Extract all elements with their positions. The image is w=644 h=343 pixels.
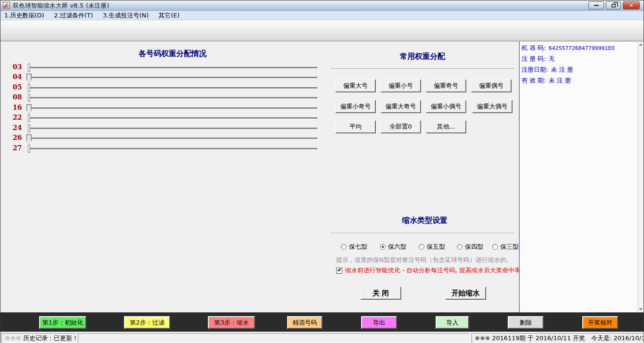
- weight-slider-row: 22: [11, 113, 317, 123]
- radio-keep6[interactable]: 保六型: [380, 243, 406, 251]
- restore-button[interactable]: [606, 1, 621, 9]
- title-bar: 双色球智能缩水大师 v8.5 (未注册) ✕: [0, 0, 644, 11]
- optimize-checkbox-row[interactable]: 缩水前进行智能优化－自动分析每注号码, 提高缩水后大奖命中率: [336, 266, 520, 275]
- radio-keep4[interactable]: 保四型: [457, 243, 483, 251]
- shrink-hint-text: 提示，这里的保N型是对整注号码（包含蓝球号码）进行缩水的。: [336, 256, 512, 264]
- weight-slider[interactable]: [29, 67, 317, 68]
- weight-slider-row: 16: [11, 103, 317, 113]
- slider-thumb[interactable]: [26, 134, 32, 144]
- preset-other-button[interactable]: 其他...: [426, 120, 466, 133]
- ball-number-label: 26: [13, 134, 22, 141]
- preset-panel-title: 常用权重分配: [373, 52, 472, 62]
- slider-thumb[interactable]: [28, 145, 30, 153]
- draw-info-text: ※※※ 2016119期 于 2016/10/11 开奖 今天是: 2016/1…: [471, 333, 644, 343]
- slider-thumb[interactable]: [28, 94, 30, 102]
- step3-shrink-button[interactable]: 第3步：缩水: [208, 316, 255, 329]
- import-button[interactable]: 导入: [436, 316, 469, 329]
- menu-item-filter-conditions[interactable]: 2.过滤条件(T): [53, 11, 94, 20]
- step2-filter-button[interactable]: 第2步：过滤: [124, 316, 170, 329]
- weight-slider[interactable]: [29, 138, 317, 139]
- preset-big-numbers-button[interactable]: 偏重大号: [335, 79, 376, 92]
- weight-slider[interactable]: [29, 107, 317, 109]
- radio-keep7[interactable]: 保七型: [341, 243, 367, 251]
- minimize-icon: [594, 5, 599, 6]
- optimize-checkbox[interactable]: [336, 268, 342, 274]
- scroll-up-button[interactable]: [638, 41, 644, 48]
- check-icon: [338, 268, 341, 271]
- weight-slider[interactable]: [29, 128, 317, 129]
- weight-slider-row: 24: [11, 123, 317, 133]
- radio-circle: [419, 244, 424, 250]
- radio-circle: [380, 244, 386, 250]
- weight-slider[interactable]: [29, 77, 317, 78]
- app-icon: [3, 2, 10, 9]
- slider-thumb[interactable]: [28, 84, 30, 92]
- step1-init-button[interactable]: 第1步：初始化: [39, 316, 86, 329]
- preset-big-even-button[interactable]: 偏重大偶号: [472, 100, 512, 113]
- radio-selected-dot: [382, 246, 384, 248]
- reg-date-label: 注册日期:: [521, 66, 548, 73]
- preset-small-numbers-button[interactable]: 偏重小号: [380, 79, 421, 92]
- minimize-button[interactable]: [588, 1, 604, 9]
- radio-keep5[interactable]: 保五型: [419, 243, 445, 251]
- ball-number-label: 08: [13, 93, 22, 101]
- weight-slider-row: 08: [11, 93, 317, 103]
- weight-slider-row: 27: [11, 144, 317, 154]
- validity-line: 有 效 期:未 注 册: [521, 76, 638, 87]
- preset-small-odd-button[interactable]: 偏重小奇号: [335, 100, 376, 113]
- divider: [330, 233, 514, 233]
- menu-item-generate-numbers[interactable]: 3.生成投注号(N): [102, 11, 149, 20]
- export-button[interactable]: 导出: [361, 316, 397, 329]
- radio-keep5-label: 保五型: [427, 243, 445, 251]
- reg-code-value: 无: [549, 55, 555, 62]
- optimize-checkbox-label: 缩水前进行智能优化－自动分析每注号码, 提高缩水后大奖命中率: [345, 266, 520, 275]
- preset-big-odd-button[interactable]: 偏重大奇号: [380, 100, 421, 113]
- weight-slider[interactable]: [29, 87, 317, 89]
- machine-code-value: 642557726847799991E0: [549, 45, 615, 51]
- close-button[interactable]: ✕: [623, 1, 640, 9]
- ball-number-label: 22: [13, 114, 22, 121]
- app-window: 双色球智能缩水大师 v8.5 (未注册) ✕ 1.历史数据(D) 2.过滤条件(…: [0, 0, 644, 343]
- close-panel-button[interactable]: 关 闭: [360, 286, 401, 300]
- slider-thumb[interactable]: [28, 124, 30, 132]
- slider-thumb[interactable]: [26, 74, 32, 83]
- start-shrink-button[interactable]: 开始缩水: [445, 286, 486, 300]
- preset-small-even-button[interactable]: 偏重小偶号: [426, 100, 466, 113]
- menu-item-history-data[interactable]: 1.历史数据(D): [3, 11, 45, 20]
- radio-circle: [492, 244, 498, 250]
- menu-item-other[interactable]: 其它(E): [157, 11, 180, 20]
- toolbar: 历史开奖数据 设置过滤条件 生成投注号码: [0, 20, 644, 41]
- menu-bar: 1.历史数据(D) 2.过滤条件(T) 3.生成投注号(N) 其它(E): [0, 11, 644, 20]
- weight-slider-row: 26: [11, 133, 317, 143]
- arrow-up-icon: [639, 43, 643, 46]
- preset-average-button[interactable]: 平均: [335, 120, 376, 133]
- delete-button[interactable]: 删除: [508, 316, 544, 329]
- arrow-down-icon: [639, 308, 643, 310]
- scroll-down-button[interactable]: [638, 306, 644, 312]
- reg-date-value: 未 注 册: [551, 66, 573, 73]
- preset-all-zero-button[interactable]: 全部置0: [380, 120, 421, 133]
- reg-date-line: 注册日期:未 注 册: [521, 65, 638, 76]
- weight-slider[interactable]: [29, 97, 317, 98]
- machine-code-label: 机 器 码:: [521, 44, 546, 51]
- slider-thumb[interactable]: [26, 104, 32, 114]
- weight-slider-row: 03: [11, 63, 317, 73]
- reg-code-line: 注 册 码:无: [521, 55, 638, 65]
- ball-number-label: 03: [13, 63, 22, 71]
- radio-circle: [341, 244, 347, 250]
- window-title: 双色球智能缩水大师 v8.5 (未注册): [13, 2, 109, 10]
- slider-thumb[interactable]: [28, 64, 30, 72]
- weight-slider[interactable]: [29, 148, 317, 149]
- reg-code-label: 注 册 码:: [521, 55, 546, 62]
- slider-thumb[interactable]: [28, 114, 30, 122]
- ball-number-label: 05: [13, 83, 22, 91]
- selected-numbers-button[interactable]: 精选号码: [287, 316, 322, 329]
- weight-slider[interactable]: [29, 117, 317, 119]
- radio-keep4-label: 保四型: [465, 243, 483, 251]
- status-bar: ☆☆☆ 历史记录：已更新！ ☆☆☆ ※※※ 2016119期 于 2016/10…: [0, 332, 644, 343]
- draw-check-button[interactable]: 开奖核对: [582, 316, 618, 329]
- radio-keep3[interactable]: 保三型: [492, 243, 519, 251]
- preset-even-numbers-button[interactable]: 偏重偶号: [471, 79, 512, 92]
- preset-odd-numbers-button[interactable]: 偏重奇号: [426, 79, 466, 92]
- vertical-scrollbar[interactable]: [637, 41, 644, 312]
